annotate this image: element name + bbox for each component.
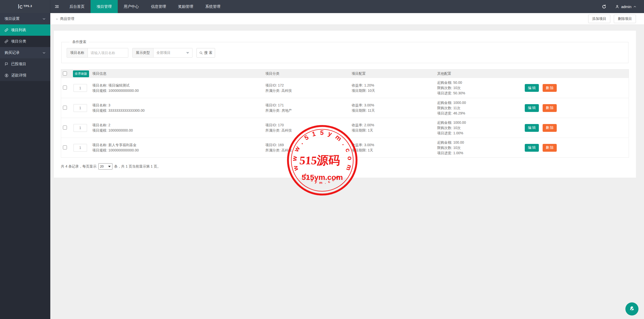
progress-value: 1.00% [453,151,463,155]
period-value: 10天 [368,89,375,93]
min-buy-value: 1000.00 [453,101,466,105]
edit-button[interactable]: 编辑 [525,84,539,92]
row-checkbox[interactable] [63,106,67,110]
nav-tab-system-management[interactable]: 系统管理 [199,0,226,13]
caret-down-icon [186,52,189,54]
project-scale-value: 1000000000000.00 [108,148,139,152]
min-buy-value: 1000.00 [453,121,466,125]
sidebar-item-project-list[interactable]: 项目列表 [0,24,50,36]
min-buy-label: 起购金额: [437,140,453,144]
logo-version: TP5.3 [23,5,32,8]
person-icon [615,5,619,9]
limit-label: 限购次数: [437,146,453,150]
delete-button[interactable]: 删除 [543,144,557,152]
project-name-label: 项目名称: [92,143,108,147]
min-buy-label: 起购金额: [437,121,453,125]
main-area: » 商品管理 添加项目 删除项目 条件搜索 项目名称 展示类型 [50,13,644,319]
topbar: lcTP5.3 后台首页 项目管理 用户中心 信息管理 奖励管理 系统管理 ad… [0,0,644,13]
min-buy-label: 起购金额: [437,81,453,85]
nav-tab-info-management[interactable]: 信息管理 [145,0,172,13]
row-checkbox[interactable] [63,145,67,149]
project-name-label: 项目名称: [92,103,108,107]
delete-button[interactable]: 删除 [543,104,557,112]
row-actions: 编辑 删除 [522,104,629,112]
nav-tab-dashboard[interactable]: 后台首页 [63,0,91,13]
project-name-value: 新人专享福利基金 [108,143,137,147]
user-menu[interactable]: admin [615,5,636,9]
period-label: 项目期限: [352,128,368,132]
nav-tab-reward-management[interactable]: 奖励管理 [172,0,199,13]
project-id-value: 170 [278,123,284,127]
row-checkbox[interactable] [63,126,67,130]
sidebar-group-label: 项目设置 [5,16,20,21]
limit-label: 限购次数: [437,106,453,110]
dollar-circle-icon [5,73,9,77]
logo-text: lc [18,3,23,10]
project-scale-label: 项目规模: [92,108,108,112]
project-id-value: 171 [278,103,284,107]
sidebar-item-project-category[interactable]: 项目分类 [0,36,50,47]
category-label: 所属分类: [265,148,281,152]
project-scale-label: 项目规模: [92,89,108,93]
project-info-cell: 项目名称: 新人专享福利基金 项目规模: 1000000000000.00 [90,142,263,153]
search-button[interactable]: 搜 索 [196,48,215,58]
magnifier-icon [199,51,203,55]
pagination-suffix: 条，共 1 页当前显示第 1 页。 [114,164,161,169]
project-id-label: 项目ID: [265,143,278,147]
project-config-cell: 收益率: 3.00% 项目期限: 11天 [349,103,435,113]
edit-button[interactable]: 编辑 [525,104,539,112]
rate-value: 3.00% [364,143,374,147]
search-button-label: 搜 索 [204,51,212,55]
project-name-input[interactable] [88,48,128,57]
sidebar-item-invested-projects[interactable]: 已投项目 [0,58,50,70]
delete-project-button[interactable]: 删除项目 [614,15,636,23]
sort-order-input[interactable] [73,144,87,152]
nav-tab-project-management[interactable]: 项目管理 [91,0,118,13]
project-scale-label: 项目规模: [92,128,108,132]
table-body: 项目名称: 项目编辑测试 项目规模: 1000000000000.00 项目ID… [61,78,629,157]
pagination-prefix: 共 4 条记录，每页显示 [61,164,97,169]
table-row: 项目名称: 3 项目规模: 3333333333333300.00 项目ID: … [61,98,629,118]
search-panel: 条件搜索 项目名称 展示类型 全部项目 [61,40,628,63]
delete-button[interactable]: 删除 [543,124,557,132]
sidebar-group-purchase-records[interactable]: 购买记录 [0,47,50,58]
project-id-value: 169 [278,143,284,147]
sort-order-input[interactable] [73,124,87,132]
sort-refresh-button[interactable]: 排序刷新 [73,70,89,77]
rate-value: 3.00% [364,103,374,107]
refresh-button[interactable] [602,4,607,9]
page-size-select[interactable]: 20 [98,163,112,170]
sidebar-toggle-button[interactable] [50,0,63,13]
page-size-value: 20 [100,165,104,168]
pagination-bar: 共 4 条记录，每页显示 20 条，共 1 页当前显示第 1 页。 [61,163,629,170]
sidebar-group-project-settings[interactable]: 项目设置 [0,13,50,24]
progress-label: 项目进度: [437,151,453,155]
username: admin [621,5,631,9]
edit-button[interactable]: 编辑 [525,124,539,132]
display-type-field-label: 展示类型 [133,48,153,57]
caret-down-icon [108,166,111,167]
sidebar-item-repayment-details[interactable]: 还款详情 [0,70,50,81]
sort-order-input[interactable] [73,84,87,92]
row-checkbox[interactable] [63,86,67,90]
add-project-button[interactable]: 添加项目 [588,15,610,23]
category-value: 高科技 [281,148,292,152]
limit-value: 10次 [453,146,461,150]
project-id-value: 172 [278,83,284,87]
table-row: 项目名称: 2 项目规模: 1000000000.00 项目ID: 170 所属… [61,118,629,138]
display-type-value: 全部项目 [156,51,171,55]
min-buy-value: 50.00 [453,81,462,85]
project-name-value: 项目编辑测试 [108,83,130,87]
project-name-label: 项目名称: [92,83,108,87]
content-card: 条件搜索 项目名称 展示类型 全部项目 [54,31,636,178]
delete-button[interactable]: 删除 [543,84,557,92]
nav-tab-user-center[interactable]: 用户中心 [118,0,145,13]
display-type-select[interactable]: 全部项目 [153,48,192,57]
edit-button[interactable]: 编辑 [525,144,539,152]
notification-fab-button[interactable] [625,302,638,315]
select-all-checkbox[interactable] [63,71,67,75]
rate-label: 收益率: [352,103,364,107]
sort-order-input[interactable] [73,104,87,112]
sidebar-item-label: 项目列表 [11,28,26,32]
project-category-cell: 项目ID: 170 所属分类: 高科技 [263,123,349,133]
